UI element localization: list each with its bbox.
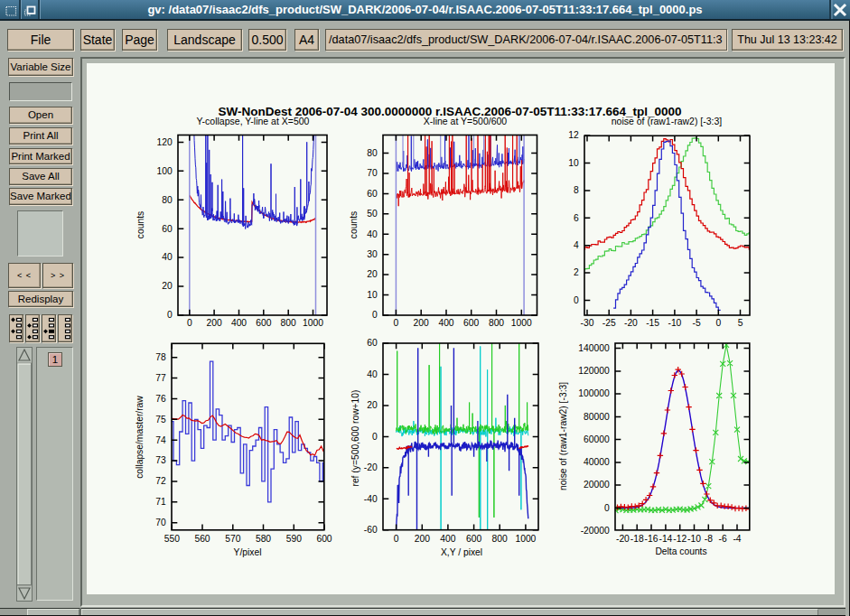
svg-text:75: 75 — [155, 415, 166, 425]
svg-text:-10: -10 — [687, 534, 701, 544]
svg-text:2: 2 — [574, 267, 579, 277]
svg-text:600: 600 — [316, 534, 332, 544]
svg-text:0: 0 — [372, 432, 378, 442]
svg-text:0: 0 — [167, 310, 173, 320]
svg-text:X,Y / pixel: X,Y / pixel — [441, 547, 482, 557]
svg-text:200: 200 — [415, 534, 430, 544]
svg-text:-20000: -20000 — [581, 526, 610, 536]
svg-text:590: 590 — [286, 534, 302, 544]
svg-text:0: 0 — [394, 318, 399, 328]
svg-text:-4: -4 — [733, 534, 741, 544]
svg-text:80: 80 — [367, 148, 378, 158]
svg-text:76: 76 — [155, 394, 166, 404]
svg-text:0: 0 — [715, 318, 721, 328]
svg-text:77: 77 — [155, 373, 166, 383]
svg-text:-40: -40 — [364, 494, 378, 504]
svg-text:-5: -5 — [693, 318, 701, 328]
svg-text:4: 4 — [574, 240, 579, 250]
svg-text:400: 400 — [231, 318, 247, 328]
svg-text:73: 73 — [155, 455, 166, 465]
svg-text:0: 0 — [187, 318, 192, 328]
svg-text:Delta counts: Delta counts — [655, 546, 706, 556]
svg-text:600: 600 — [463, 318, 479, 328]
svg-text:50: 50 — [367, 209, 378, 219]
svg-text:-20: -20 — [364, 462, 378, 472]
svg-text:120000: 120000 — [578, 366, 610, 376]
svg-text:40: 40 — [162, 252, 173, 262]
svg-text:400: 400 — [438, 318, 453, 328]
svg-text:580: 580 — [256, 534, 271, 544]
svg-text:600: 600 — [256, 318, 271, 328]
svg-text:60000: 60000 — [584, 434, 610, 444]
svg-text:12: 12 — [568, 130, 579, 140]
svg-text:78: 78 — [155, 352, 166, 362]
svg-text:-16: -16 — [645, 534, 659, 544]
svg-text:-30: -30 — [581, 318, 594, 328]
svg-text:100000: 100000 — [578, 388, 610, 398]
svg-text:10: 10 — [568, 158, 579, 168]
svg-text:0: 0 — [574, 295, 579, 305]
svg-text:20: 20 — [367, 400, 378, 410]
svg-text:-20: -20 — [616, 534, 630, 544]
svg-text:40: 40 — [367, 229, 378, 239]
svg-text:570: 570 — [225, 534, 240, 544]
svg-text:30: 30 — [367, 249, 378, 259]
svg-text:-14: -14 — [659, 534, 672, 544]
svg-text:800: 800 — [489, 318, 504, 328]
svg-text:6: 6 — [574, 213, 579, 223]
svg-text:800: 800 — [281, 318, 296, 328]
svg-text:-8: -8 — [705, 534, 713, 544]
svg-text:71: 71 — [155, 497, 166, 507]
svg-text:counts: counts — [349, 211, 359, 238]
svg-text:0: 0 — [604, 503, 610, 513]
svg-text:-20: -20 — [624, 318, 638, 328]
svg-text:550: 550 — [164, 534, 180, 544]
svg-text:-15: -15 — [646, 318, 659, 328]
svg-text:0: 0 — [394, 534, 399, 544]
svg-text:-6: -6 — [719, 534, 727, 544]
svg-text:100: 100 — [157, 166, 173, 176]
svg-text:600: 600 — [466, 534, 481, 544]
svg-text:noise of (raw1-raw2) [-3:3]: noise of (raw1-raw2) [-3:3] — [558, 382, 568, 490]
svg-text:40000: 40000 — [584, 457, 610, 467]
svg-text:400: 400 — [440, 534, 455, 544]
svg-text:60: 60 — [367, 338, 378, 348]
svg-text:1000: 1000 — [303, 318, 323, 328]
svg-text:1000: 1000 — [511, 318, 532, 328]
svg-text:800: 800 — [492, 534, 508, 544]
svg-text:collapse/master/raw: collapse/master/raw — [135, 396, 145, 479]
svg-text:200: 200 — [207, 318, 222, 328]
svg-text:70: 70 — [155, 518, 166, 527]
svg-text:20: 20 — [162, 281, 173, 291]
svg-text:8: 8 — [574, 185, 579, 195]
svg-text:20: 20 — [367, 269, 378, 279]
svg-text:0: 0 — [372, 310, 378, 320]
svg-text:-60: -60 — [364, 525, 378, 535]
svg-text:60: 60 — [367, 189, 378, 199]
svg-text:-10: -10 — [668, 318, 681, 328]
svg-text:200: 200 — [414, 318, 429, 328]
svg-text:-12: -12 — [673, 534, 687, 544]
svg-text:560: 560 — [194, 534, 210, 544]
svg-text:80: 80 — [162, 195, 173, 205]
svg-text:80000: 80000 — [584, 412, 610, 422]
svg-text:140000: 140000 — [578, 343, 610, 353]
svg-text:5: 5 — [738, 318, 743, 328]
svg-text:40: 40 — [367, 369, 378, 379]
svg-text:74: 74 — [155, 435, 166, 445]
svg-text:1000: 1000 — [515, 534, 536, 544]
svg-text:ref (y=500,600 row+10): ref (y=500,600 row+10) — [350, 389, 360, 486]
svg-text:120: 120 — [157, 137, 173, 147]
svg-text:10: 10 — [367, 290, 378, 300]
svg-text:70: 70 — [367, 168, 378, 178]
svg-text:20000: 20000 — [584, 480, 610, 490]
svg-text:72: 72 — [155, 476, 166, 486]
svg-text:counts: counts — [135, 211, 145, 238]
svg-text:-25: -25 — [602, 318, 616, 328]
svg-text:-18: -18 — [630, 534, 644, 544]
svg-text:60: 60 — [162, 224, 173, 234]
svg-text:Y/pixel: Y/pixel — [234, 547, 262, 557]
svg-text:SW-NonDest 2006-07-04 300.0000: SW-NonDest 2006-07-04 300.0000000 r.ISAA… — [218, 105, 681, 118]
